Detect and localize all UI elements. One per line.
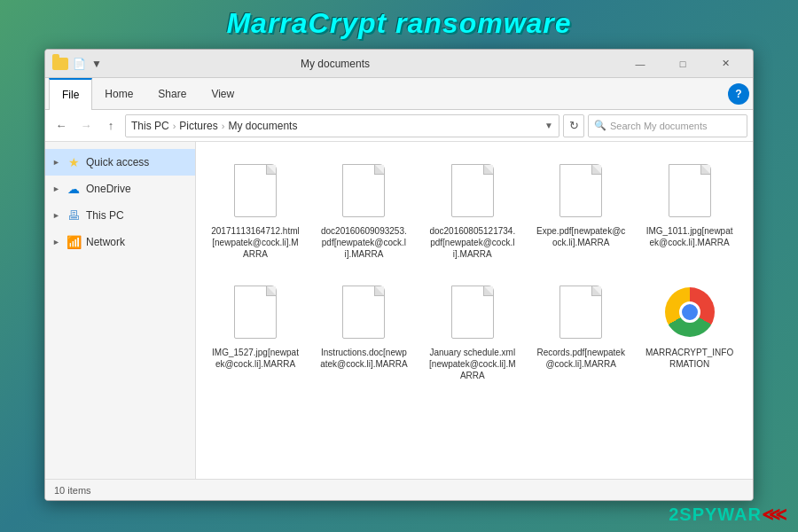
address-chevron-icon: ▼ [544,121,553,130]
file-item-9[interactable]: Records.pdf[newpatek@cock.li].MARRA [532,274,630,388]
close-button[interactable]: ✕ [705,53,746,74]
breadcrumb-pictures: Pictures [179,120,217,132]
watermark: 2SPYWAR⋘ [669,504,787,525]
doc-shape-4 [559,164,602,217]
chrome-icon-10 [665,287,715,337]
file-item-2[interactable]: doc201606090932​53.pdf[newpatek@cock.li]… [315,153,412,267]
file-name-9: Records.pdf[newpatek@cock.li].MARRA [536,347,626,370]
breadcrumb-thispc: This PC [131,120,169,132]
file-name-4: Expe.pdf[newpatek@cock.li].MARRA [536,225,626,248]
minimize-button[interactable]: — [620,53,661,74]
sidebar-label-this-pc: This PC [86,209,124,222]
search-box[interactable]: 🔍 Search My documents [588,114,747,137]
search-icon: 🔍 [594,120,606,131]
network-chevron-icon: ► [52,238,61,246]
file-icon-6 [229,281,282,343]
maximize-button[interactable]: □ [662,53,703,74]
sidebar-label-onedrive: OneDrive [86,183,131,195]
status-bar: 10 items [45,479,753,500]
file-item-6[interactable]: IMG_1527.jpg[newpatek@cock.li].MARRA [207,274,304,388]
file-name-1: 20171113164712.html[newpatek@cock.li].MA… [210,225,301,260]
file-name-8: January schedule.xml[newpatek@cock.li].M… [427,347,518,381]
sidebar: ► ★ Quick access ► ☁ OneDrive ► 🖶 This P… [45,142,196,479]
sidebar-label-quick-access: Quick access [86,156,149,168]
file-item-3[interactable]: doc201608051217​34.pdf[newpatek@cock.li]… [424,153,521,267]
thispc-chevron-icon: ► [52,211,61,220]
sidebar-item-onedrive[interactable]: ► ☁ OneDrive [45,176,195,202]
sidebar-item-this-pc[interactable]: ► 🖶 This PC [45,202,195,229]
tab-share[interactable]: Share [145,78,199,110]
tab-file[interactable]: File [49,78,92,110]
tab-view[interactable]: View [199,78,246,110]
watermark-arrow-icon: ⋘ [762,505,787,524]
file-icon-2 [337,160,390,222]
breadcrumb-sep-1: › [173,121,176,131]
doc-shape-1 [234,164,277,217]
file-name-2: doc201606090932​53.pdf[newpatek@cock.li]… [318,225,409,260]
tab-home[interactable]: Home [92,78,145,110]
doc-shape-7 [342,286,385,339]
doc-shape-2 [342,164,385,217]
address-bar[interactable]: This PC › Pictures › My documents ▼ [125,114,559,137]
back-button[interactable]: ← [51,115,72,137]
watermark-text-1: 2SPYWAR [669,505,762,524]
file-name-7: Instructions.doc[newpatek@cock.li].MARRA [318,347,409,370]
network-icon: 📶 [66,235,81,249]
doc-shape-6 [234,286,277,339]
file-item-1[interactable]: 20171113164712.html[newpatek@cock.li].MA… [207,153,304,267]
file-icon-10 [663,281,716,343]
sidebar-label-network: Network [86,236,125,248]
doc-shape-5 [669,164,711,217]
main-area: ► ★ Quick access ► ☁ OneDrive ► 🖶 This P… [45,142,753,479]
file-icon-7 [337,281,390,343]
window-folder-icon [52,58,68,70]
onedrive-cloud-icon: ☁ [66,182,81,196]
file-item-4[interactable]: Expe.pdf[newpatek@cock.li].MARRA [532,153,630,267]
file-icon-1 [229,160,282,222]
breadcrumb-mydocs: My documents [228,120,297,132]
file-item-8[interactable]: January schedule.xml[newpatek@cock.li].M… [424,274,521,388]
search-placeholder: Search My documents [610,121,707,131]
up-button[interactable]: ↑ [100,115,121,137]
file-name-3: doc201608051217​34.pdf[newpatek@cock.li]… [427,225,518,260]
title-bar: 📄 ▼ My documents — □ ✕ [45,50,753,78]
file-name-10: MARRACRYPT_INFORMATION [645,347,735,370]
doc-shape-9 [559,286,602,339]
window-controls: — □ ✕ [620,53,746,74]
help-button[interactable]: ? [728,83,749,105]
file-icon-3 [446,160,499,222]
forward-button[interactable]: → [75,115,97,137]
explorer-window: 📄 ▼ My documents — □ ✕ File Home Share V… [44,49,754,501]
doc-shape-3 [451,164,494,217]
onedrive-chevron-icon: ► [52,184,61,193]
toolbar: ← → ↑ This PC › Pictures › My documents … [45,110,753,142]
file-item-7[interactable]: Instructions.doc[newpatek@cock.li].MARRA [315,274,412,388]
files-grid: 20171113164712.html[newpatek@cock.li].MA… [207,153,742,388]
items-count: 10 items [54,485,91,496]
refresh-button[interactable]: ↻ [563,114,584,137]
file-item-10[interactable]: MARRACRYPT_INFORMATION [641,274,739,388]
files-area: 20171113164712.html[newpatek@cock.li].MA… [196,142,753,479]
file-icon-9 [554,281,607,343]
ribbon: File Home Share View ? [45,78,753,110]
sidebar-item-quick-access[interactable]: ► ★ Quick access [45,149,195,176]
file-icon-5 [663,160,716,222]
quick-access-star-icon: ★ [66,155,81,169]
sidebar-item-network[interactable]: ► 📶 Network [45,229,195,255]
quick-access-chevron-icon: ► [52,158,61,167]
title-banner: MarraCrypt ransomware [0,0,798,45]
this-pc-icon: 🖶 [66,208,81,223]
file-icon-4 [554,160,607,222]
file-item-5[interactable]: IMG_1011.jpg[newpatek@cock.li].MARRA [641,153,739,267]
breadcrumb-sep-2: › [222,121,225,131]
doc-shape-8 [451,286,494,339]
file-icon-8 [446,281,499,343]
window-title: My documents [54,58,616,70]
page-title: MarraCrypt ransomware [0,7,798,40]
file-name-5: IMG_1011.jpg[newpatek@cock.li].MARRA [645,225,735,248]
file-name-6: IMG_1527.jpg[newpatek@cock.li].MARRA [210,347,301,370]
